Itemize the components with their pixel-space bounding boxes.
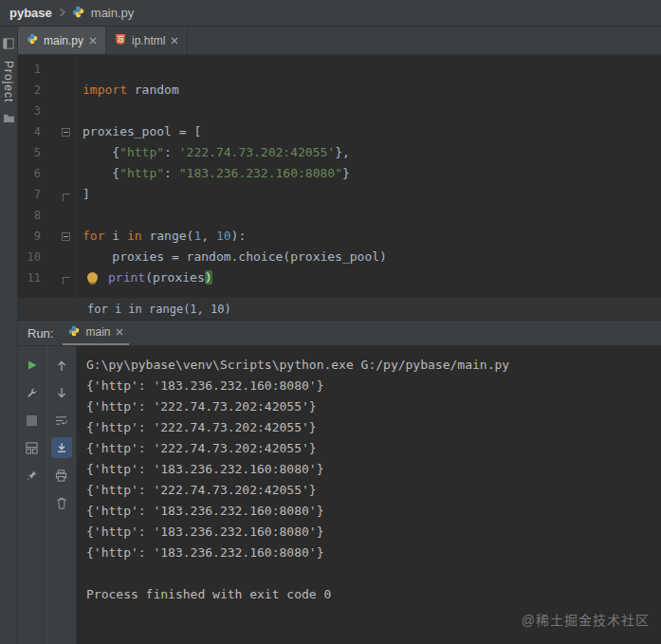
code-line[interactable]: [83, 205, 661, 226]
code-line[interactable]: proxies = random.choice(proxies_pool): [83, 247, 661, 267]
console-line: {'http': '222.74.73.202:42055'}: [86, 396, 661, 417]
line-number: 9: [18, 226, 41, 247]
scroll-to-end-button[interactable]: [51, 437, 72, 458]
run-tab-main[interactable]: main: [63, 321, 129, 345]
intention-bulb-icon[interactable]: [87, 272, 98, 283]
up-stack-trace-button[interactable]: [51, 355, 72, 376]
code-area[interactable]: import random proxies_pool = [ {"http": …: [77, 59, 661, 298]
pin-button[interactable]: [22, 465, 43, 486]
print-button[interactable]: [51, 465, 72, 486]
restore-layout-button[interactable]: [22, 437, 43, 458]
html-file-icon: [115, 33, 126, 48]
watermark: @稀土掘金技术社区: [522, 610, 650, 629]
code-line[interactable]: import random: [83, 80, 661, 101]
project-stripe-label[interactable]: Project: [2, 61, 15, 102]
run-toolbar: [18, 346, 77, 644]
code-line[interactable]: print(proxies): [83, 267, 661, 288]
chevron-right-icon: [59, 6, 65, 20]
line-number: 11: [18, 267, 41, 288]
console-line: {'http': '222.74.73.202:42055'}: [86, 438, 661, 459]
code-line[interactable]: [83, 101, 661, 121]
line-number: 6: [18, 163, 41, 184]
run-panel: G:\py\pybase\venv\Scripts\python.exe G:/…: [18, 346, 661, 644]
python-file-icon: [68, 325, 80, 340]
close-icon[interactable]: [116, 325, 123, 339]
line-number: 5: [18, 142, 41, 163]
stop-button[interactable]: [22, 410, 43, 431]
close-icon[interactable]: [171, 34, 178, 47]
project-tool-stripe: Project: [0, 27, 18, 644]
fold-marker-icon[interactable]: [63, 277, 70, 285]
code-line[interactable]: proxies_pool = [: [83, 121, 661, 142]
line-number: 8: [18, 205, 41, 226]
run-label: Run:: [28, 326, 53, 340]
fold-marker-icon[interactable]: [62, 128, 70, 137]
line-number: 2: [18, 80, 41, 101]
line-number: 7: [18, 184, 41, 205]
settings-wrench-icon[interactable]: [22, 382, 43, 403]
code-line[interactable]: [83, 59, 661, 80]
fold-marker-icon[interactable]: [62, 232, 70, 241]
clear-console-button[interactable]: [51, 492, 72, 513]
console-line: G:\py\pybase\venv\Scripts\python.exe G:/…: [86, 355, 661, 376]
code-line[interactable]: {"http": "183.236.232.160:8080"}: [83, 163, 661, 184]
console-line: {'http': '183.236.232.160:8080'}: [86, 543, 661, 563]
tab-ip-html[interactable]: ip.html: [106, 27, 188, 54]
breadcrumb: pybase main.py: [0, 0, 661, 27]
down-stack-trace-button[interactable]: [51, 382, 72, 403]
run-panel-header: Run: main: [18, 321, 661, 346]
line-number: 1: [18, 59, 41, 80]
line-number: 10: [18, 247, 41, 267]
console-line: {'http': '183.236.232.160:8080'}: [86, 376, 661, 396]
tab-label: ip.html: [132, 34, 165, 47]
tab-main-py[interactable]: main.py: [18, 27, 106, 54]
code-line[interactable]: ]: [83, 184, 661, 205]
tab-label: main.py: [44, 34, 83, 47]
folder-icon[interactable]: [3, 110, 15, 127]
rerun-button[interactable]: [22, 355, 43, 376]
breadcrumb-project[interactable]: pybase: [9, 6, 52, 20]
code-line[interactable]: for i in range(1, 10):: [83, 226, 661, 247]
console-line: [86, 563, 661, 584]
code-editor[interactable]: 1234567891011 import random proxies_pool…: [18, 55, 661, 298]
fold-marker-icon[interactable]: [63, 193, 70, 201]
line-number: 3: [18, 101, 41, 121]
python-file-icon: [27, 33, 38, 47]
context-line-text: for i in range(1, 10): [87, 303, 231, 316]
soft-wrap-button[interactable]: [51, 410, 72, 431]
code-line[interactable]: {"http": '222.74.73.202:42055'},: [83, 142, 661, 163]
pycharm-window: pybase main.py Project main.py ip.html: [0, 0, 661, 644]
tool-window-icon: [3, 36, 14, 53]
editor-tab-bar: main.py ip.html: [18, 27, 661, 55]
console-line: {'http': '183.236.232.160:8080'}: [86, 459, 661, 480]
line-number: 4: [18, 121, 41, 142]
close-icon[interactable]: [89, 34, 97, 47]
console-line: {'http': '183.236.232.160:8080'}: [86, 501, 661, 522]
console-line: {'http': '222.74.73.202:42055'}: [86, 480, 661, 501]
editor-gutter: 1234567891011: [18, 59, 77, 298]
console-line: Process finished with exit code 0: [86, 584, 661, 605]
run-tab-label: main: [85, 325, 110, 339]
run-console[interactable]: G:\py\pybase\venv\Scripts\python.exe G:/…: [77, 346, 661, 644]
breadcrumb-file[interactable]: main.py: [91, 6, 135, 20]
console-line: {'http': '222.74.73.202:42055'}: [86, 417, 661, 438]
python-file-icon: [72, 6, 84, 21]
console-line: {'http': '183.236.232.160:8080'}: [86, 522, 661, 543]
context-line-bar: for i in range(1, 10): [18, 298, 661, 321]
